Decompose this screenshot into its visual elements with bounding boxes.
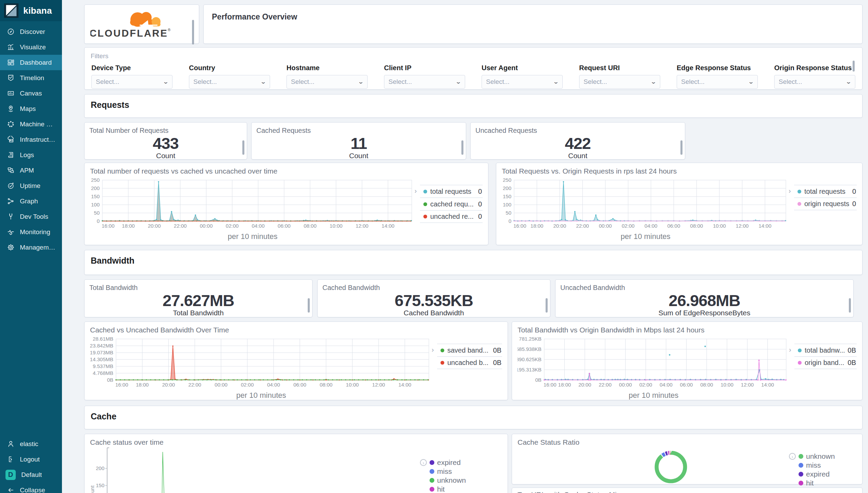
panel-scrollbar[interactable] [546,298,548,313]
svg-text:00:00: 00:00 [200,223,213,229]
sidebar-item-dev-tools[interactable]: Dev Tools [0,209,62,224]
legend-collapse-icon[interactable]: › [789,346,791,354]
svg-text:14:00: 14:00 [398,382,411,388]
sidebar-item-timelion[interactable]: Timelion [0,70,62,86]
legend-item-expired[interactable]: ›expired [430,458,502,467]
requests-vs-origin-chart[interactable]: 05010015020025016:0018:0020:0022:0000:00… [502,177,789,232]
edge-response-status-select[interactable]: Select...⌄ [677,75,758,89]
user-agent-select[interactable]: Select...⌄ [482,75,563,89]
cache-status-over-time-chart[interactable]: Count200150100500 [90,446,419,493]
legend-item-saved-bandwidth[interactable]: saved band...0B [437,344,502,356]
bandwidth-metrics-row: Total Bandwidth 27.627MB Total Bandwidth… [84,279,863,317]
chevron-down-icon: ⌄ [163,79,169,85]
panel-scrollbar[interactable] [308,298,310,313]
country-select[interactable]: Select...⌄ [189,75,270,89]
legend-item-total-bandwidth[interactable]: total badnw...0B [794,344,857,356]
sidebar-item-logs[interactable]: Logs [0,147,62,163]
svg-text:12:00: 12:00 [372,382,385,388]
svg-text:12:00: 12:00 [736,223,749,229]
svg-text:04:00: 04:00 [252,223,265,229]
bandwidth-vs-origin-chart[interactable]: 0B195.313KB390.625KB585.938KB781.25KB16:… [518,336,790,391]
sidebar-item-graph[interactable]: Graph [0,193,62,209]
panel-scrollbar[interactable] [461,140,463,155]
svg-text:50: 50 [506,210,511,216]
svg-text:16:00: 16:00 [544,382,557,388]
sidebar-item-machine-learning[interactable]: Machine Le... [0,116,62,132]
chart-legend: › total badnw...0B origin band...0B [794,344,857,400]
legend-item-total-requests[interactable]: total requests0 [420,185,483,198]
panel-scrollbar[interactable] [849,298,851,313]
hostname-select[interactable]: Select...⌄ [286,75,368,89]
svg-text:0B: 0B [535,377,541,383]
origin-response-status-select[interactable]: Select...⌄ [774,75,855,89]
request-uri-select[interactable]: Select...⌄ [579,75,660,89]
legend-item-miss[interactable]: miss [430,467,502,476]
gear-icon [7,244,14,251]
sidebar-item-visualize[interactable]: Visualize [0,39,62,55]
requests-over-time-chart[interactable]: 05010015020025016:0018:0020:0022:0000:00… [90,177,415,232]
sidebar-item-apm[interactable]: APM [0,163,62,178]
svg-text:28.61MB: 28.61MB [93,336,113,342]
panel-scrollbar[interactable] [242,140,244,155]
legend-item-miss[interactable]: miss [799,461,857,470]
device-type-select[interactable]: Select...⌄ [91,75,173,89]
svg-text:100: 100 [503,202,511,207]
sidebar-item-collapse[interactable]: Collapse [0,482,62,493]
sidebar-item-monitoring[interactable]: Monitoring [0,224,62,240]
sidebar-item-dashboard[interactable]: Dashboard [0,55,62,70]
svg-text:0: 0 [509,218,511,224]
legend-item-origin-bandwidth[interactable]: origin band...0B [794,356,857,369]
sidebar-item-logout[interactable]: Logout [0,452,62,467]
svg-text:195.313KB: 195.313KB [518,367,541,372]
dashboard-title-panel: Performance Overview [203,4,863,44]
series-dot [441,361,444,365]
legend-item-uncached-bandwidth[interactable]: uncached b...0B [437,356,502,369]
sidebar-item-maps[interactable]: Maps [0,101,62,116]
svg-text:10:00: 10:00 [346,382,359,388]
svg-text:04:00: 04:00 [644,223,658,229]
sidebar-item-discover[interactable]: Discover [0,24,62,39]
sidebar-item-uptime[interactable]: Uptime [0,178,62,193]
client-ip-select[interactable]: Select...⌄ [384,75,465,89]
svg-text:250: 250 [503,177,511,183]
svg-text:18:00: 18:00 [558,382,571,388]
legend-item-unknown[interactable]: unknown [430,476,502,485]
sidebar-item-canvas[interactable]: Canvas [0,86,62,101]
svg-text:19.073MB: 19.073MB [90,350,113,355]
legend-item-hit[interactable]: hit [430,485,502,493]
svg-text:10:00: 10:00 [720,382,733,388]
panel-scrollbar[interactable] [680,140,682,155]
legend-collapse-icon[interactable]: › [414,187,417,195]
legend-expand-icon[interactable]: › [420,459,427,466]
panel-scrollbar[interactable] [853,61,855,72]
bar-chart-icon [7,43,14,51]
svg-text:50: 50 [94,210,100,216]
sidebar-item-infrastructure[interactable]: Infrastructure [0,132,62,147]
legend-expand-icon[interactable]: › [789,453,796,460]
svg-text:10:00: 10:00 [713,223,726,229]
cache-status-ratio-donut[interactable] [653,449,689,485]
legend-item-expired[interactable]: expired [799,470,857,479]
filters-grid: Device Type Select...⌄ Country Select...… [91,64,856,89]
apm-icon [7,167,14,174]
svg-text:02:00: 02:00 [241,382,254,388]
map-pin-icon [7,105,14,112]
sidebar-item-space-default[interactable]: D Default [0,467,62,482]
svg-text:08:00: 08:00 [320,382,333,388]
cloudflare-logo-panel: CLOUDFLARE ® [84,4,199,44]
legend-item-cached-requests[interactable]: cached requ...0 [420,198,483,210]
sidebar-item-user[interactable]: elastic [0,436,62,452]
legend-collapse-icon[interactable]: › [432,346,434,354]
legend-item-total-requests[interactable]: total requests0 [794,185,857,198]
sidebar-item-management[interactable]: Management [0,240,62,255]
cache-chart-legend: ›expired miss unknown hit revalidated [430,458,502,493]
legend-item-uncached-requests[interactable]: uncached re...0 [420,210,483,223]
series-dot [799,463,803,468]
legend-collapse-icon[interactable]: › [789,187,791,195]
legend-item-unknown[interactable]: ›unknown [799,452,857,461]
metric-value: 433 [89,135,242,151]
panel-scrollbar[interactable] [192,20,194,45]
legend-item-origin-requests[interactable]: origin requests0 [794,198,857,210]
bandwidth-over-time-chart[interactable]: 0B4.768MB9.537MB14.305MB19.073MB23.842MB… [90,336,432,391]
legend-item-hit[interactable]: hit [799,479,857,488]
